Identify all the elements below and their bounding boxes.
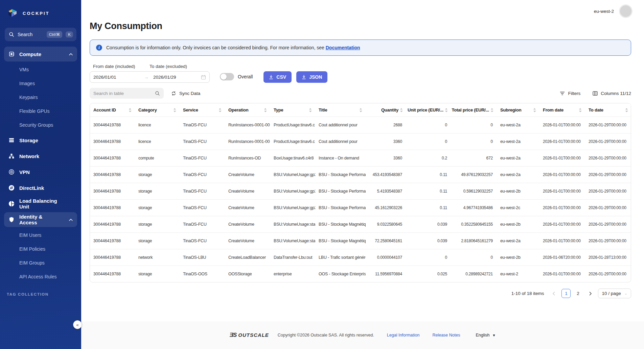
sidebar-item-storage[interactable]: Storage <box>4 133 77 148</box>
sidebar-item-label: VPN <box>19 169 30 175</box>
column-header-title[interactable]: Title <box>315 103 366 117</box>
cell-from-date: 2026-01-06T20:00:00 <box>539 249 585 266</box>
sidebar-item-vpn[interactable]: VPN <box>4 165 77 179</box>
column-header-category[interactable]: Category <box>135 103 180 117</box>
cell-to-date: 2026-01-28T13:00:00 <box>585 249 631 266</box>
cell-subregion: eu-west-2b <box>497 249 539 266</box>
column-header-service[interactable]: Service <box>180 103 225 117</box>
language-select[interactable]: English ▼ <box>476 333 496 338</box>
column-header-type[interactable]: Type <box>270 103 315 117</box>
overall-toggle[interactable] <box>220 73 234 80</box>
cell-category: storage <box>135 167 180 183</box>
columns-button[interactable]: Columns 11/12 <box>593 91 631 96</box>
sidebar-item-api-access-rules[interactable]: API Access Rules <box>0 270 81 283</box>
cell-category: storage <box>135 233 180 249</box>
cell-title: Cout additionnel pour <box>315 117 366 133</box>
cell-to-date: 2026-01-29T00:00:00 <box>585 266 631 282</box>
sidebar-item-security-groups[interactable]: Security Groups <box>0 118 81 132</box>
table-row: 300446419788computeTinaOS-FCURunInstance… <box>90 150 631 167</box>
tag-collection-label[interactable]: TAG COLLECTION <box>7 292 81 296</box>
sidebar-collapse-button[interactable]: « <box>73 320 82 329</box>
cell-service: TinaOS-OOS <box>180 266 225 282</box>
table-row: 300446419788licenceTinaOS-FCURunInstance… <box>90 133 631 150</box>
sidebar-item-vms[interactable]: VMs <box>0 63 81 76</box>
page-size-select[interactable]: 10 / page ⌄ <box>598 289 631 298</box>
prev-page-button[interactable] <box>549 289 558 298</box>
column-header-total-price[interactable]: Total price (EUR/... <box>451 103 497 117</box>
cell-quantity: 3360 <box>366 150 406 167</box>
column-header-subregion[interactable]: Subregion <box>497 103 539 117</box>
cell-category: compute <box>135 150 180 167</box>
column-header-quantity[interactable]: Quantity <box>366 103 406 117</box>
identity-shield-icon <box>8 217 15 223</box>
sidebar-item-network[interactable]: Network <box>4 149 77 164</box>
to-date-value[interactable]: 2026/01/29 <box>153 75 201 80</box>
sidebar-item-label: Identity & Access <box>19 214 60 225</box>
documentation-link[interactable]: Documentation <box>326 45 360 50</box>
from-date-value[interactable]: 2026/01/01 <box>93 75 144 80</box>
sidebar-item-eim-policies[interactable]: EIM Policies <box>0 242 81 256</box>
chevron-down-icon: ⌄ <box>624 291 627 296</box>
cell-total-price: 0 <box>451 117 497 133</box>
sidebar-item-label: Storage <box>19 138 38 143</box>
directlink-icon <box>8 185 15 191</box>
table-search[interactable] <box>90 88 164 99</box>
sort-icon <box>129 108 132 113</box>
legal-information-link[interactable]: Legal Information <box>387 333 420 338</box>
cell-service: TinaOS-FCU <box>180 216 225 233</box>
cell-operation: RunInstances-0001-00 <box>225 117 270 133</box>
sync-data-button[interactable]: Sync Data <box>171 91 200 96</box>
page-button-1[interactable]: 1 <box>561 289 571 298</box>
cockpit-logo-icon <box>7 8 18 18</box>
column-header-operation[interactable]: Operation <box>225 103 270 117</box>
table-row: 300446419788storageTinaOS-FCUCreateVolum… <box>90 167 631 183</box>
export-csv-button[interactable]: CSV <box>263 71 292 83</box>
cell-type: BSU:VolumeUsage:standard <box>270 216 315 233</box>
cell-to-date: 2026-01-29T00:00:00 <box>585 167 631 183</box>
table-search-input[interactable] <box>93 91 155 96</box>
topbar: eu-west-2 <box>81 0 644 19</box>
sidebar-item-directlink[interactable]: DirectLink <box>4 180 77 195</box>
cell-subregion: eu-west-2b <box>497 216 539 233</box>
sidebar-item-identity-access[interactable]: Identity & Access <box>4 212 77 227</box>
search-icon <box>9 32 14 37</box>
cell-type: BoxUsage:tinav6.c4r8 <box>270 150 315 167</box>
sidebar-item-eim-groups[interactable]: EIM Groups <box>0 256 81 270</box>
filters-button[interactable]: Filters <box>560 91 580 96</box>
date-range-input[interactable]: 2026/01/01 → 2026/01/29 <box>90 71 210 83</box>
region-selector[interactable]: eu-west-2 <box>594 9 614 14</box>
cell-service: TinaOS-FCU <box>180 150 225 167</box>
column-header-from-date[interactable]: From date <box>539 103 585 117</box>
cell-total-price: 0.28989242721 <box>451 266 497 282</box>
sidebar-item-eim-users[interactable]: EIM Users <box>0 228 81 242</box>
cell-to-date: 2026-01-29T00:00:00 <box>585 133 631 150</box>
cell-type: enterprise <box>270 266 315 282</box>
cell-to-date: 2026-01-29T00:00:00 <box>585 117 631 133</box>
release-notes-link[interactable]: Release Notes <box>432 333 460 338</box>
avatar[interactable] <box>619 4 632 18</box>
sidebar-item-compute[interactable]: Compute <box>4 47 77 61</box>
cell-account-id: 300446419788 <box>90 133 135 150</box>
sidebar-item-images[interactable]: Images <box>0 76 81 90</box>
sort-icon <box>309 108 312 113</box>
info-icon: i <box>96 45 102 51</box>
column-header-to-date[interactable]: To date <box>585 103 631 117</box>
sidebar-item-load-balancing-unit[interactable]: Load Balancing Unit <box>4 196 77 211</box>
cell-unit-price: 0 <box>406 133 451 150</box>
sidebar-item-keypairs[interactable]: Keypairs <box>0 90 81 104</box>
overall-toggle-block: Overall <box>220 73 253 80</box>
page-button-2[interactable]: 2 <box>573 289 582 298</box>
cell-category: storage <box>135 266 180 282</box>
column-header-account-id[interactable]: Account ID <box>90 103 135 117</box>
page-title: My Consumption <box>90 21 631 31</box>
next-page-button[interactable] <box>586 289 595 298</box>
column-header-unit-price[interactable]: Unit price (EUR/... <box>406 103 451 117</box>
sidebar-item-flexible-gpus[interactable]: Flexible GPUs <box>0 104 81 118</box>
cell-type: BSU:VolumeUsage:standard <box>270 233 315 249</box>
cell-total-price: 2.8180645161279 <box>451 233 497 249</box>
cell-to-date: 2026-01-29T00:00:00 <box>585 200 631 216</box>
sidebar-search[interactable]: Search Ctrl/⌘ K <box>5 28 76 41</box>
export-json-button[interactable]: JSON <box>296 71 327 83</box>
sort-icon <box>533 108 536 113</box>
sort-icon <box>218 108 222 113</box>
